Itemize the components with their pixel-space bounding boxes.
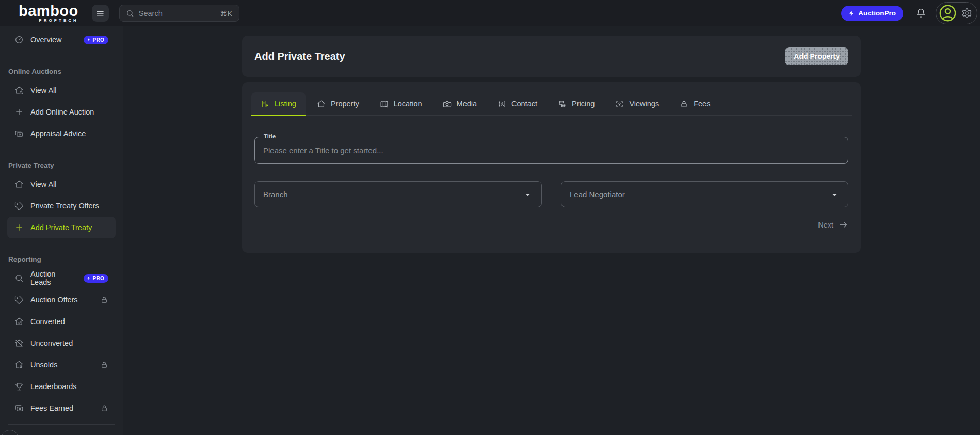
add-property-button[interactable]: Add Property xyxy=(785,47,848,65)
bell-icon xyxy=(915,8,926,19)
gear-icon xyxy=(961,8,972,19)
next-button-label: Next xyxy=(818,221,833,229)
sidebar-item-leaderboards[interactable]: Leaderboards xyxy=(7,376,116,397)
sidebar-section-online-auctions: Online Auctions xyxy=(8,68,115,75)
search-shortcut-hint: ⌘K xyxy=(220,9,233,18)
lead-negotiator-select[interactable]: Lead Negotiator xyxy=(561,181,848,207)
search-box[interactable]: ⌘K xyxy=(119,5,239,22)
tag-icon xyxy=(14,201,24,211)
chevron-down-icon xyxy=(829,189,840,200)
search-input[interactable] xyxy=(139,9,215,18)
divider xyxy=(8,56,115,56)
hamburger-menu-button[interactable] xyxy=(92,5,109,22)
title-field-label: Title xyxy=(261,133,278,139)
settings-button[interactable] xyxy=(961,8,972,19)
house-cancel-icon xyxy=(14,360,24,369)
pro-badge: PRO xyxy=(84,36,108,44)
sidebar-item-label: Leaderboards xyxy=(30,382,77,391)
sidebar-item-label: Fees Earned xyxy=(30,404,73,412)
auctionpro-label: AuctionPro xyxy=(858,9,896,17)
tab-label: Fees xyxy=(694,100,710,108)
sidebar-item-label: Private Treaty Offers xyxy=(30,202,99,210)
brand-tagline: PROPTECH xyxy=(39,18,78,23)
sidebar-item-unconverted[interactable]: Unconverted xyxy=(7,332,116,354)
banknotes-icon xyxy=(14,404,24,413)
tab-bar: Listing Property Location Media xyxy=(251,92,852,116)
lock-icon xyxy=(680,100,688,108)
sidebar-item-unsolds[interactable]: Unsolds xyxy=(7,354,116,376)
top-bar: bamboo PROPTECH ⌘K AuctionPro xyxy=(0,0,980,26)
tab-fees[interactable]: Fees xyxy=(670,92,719,116)
page-header-card: Add Private Treaty Add Property xyxy=(242,36,861,77)
profile-container xyxy=(936,2,977,24)
title-input[interactable] xyxy=(254,137,848,164)
sidebar: Overview PRO Online Auctions View All Ad… xyxy=(0,26,123,435)
page-title: Add Private Treaty xyxy=(254,51,345,62)
sidebar-item-label: Auction Leads xyxy=(30,270,77,286)
sidebar-item-add-online-auction[interactable]: Add Online Auction xyxy=(7,101,116,123)
tab-label: Property xyxy=(331,100,359,108)
sidebar-item-converted[interactable]: Converted xyxy=(7,311,116,332)
contact-book-icon xyxy=(497,100,506,108)
viewing-pin-icon xyxy=(615,100,624,108)
bolt-icon xyxy=(87,38,91,42)
search-icon xyxy=(14,273,24,283)
sidebar-item-label: Overview xyxy=(30,36,61,44)
trophy-icon xyxy=(14,382,24,391)
tab-label: Viewings xyxy=(629,100,659,108)
tab-property[interactable]: Property xyxy=(308,92,368,116)
tab-location[interactable]: Location xyxy=(371,92,431,116)
lock-icon xyxy=(100,296,108,304)
banknotes-icon xyxy=(14,129,24,138)
tab-viewings[interactable]: Viewings xyxy=(606,92,668,116)
home-icon xyxy=(317,100,326,108)
lock-icon xyxy=(100,404,108,412)
tab-label: Media xyxy=(457,100,477,108)
sidebar-item-label: Converted xyxy=(30,317,65,326)
search-icon xyxy=(126,9,134,18)
house-off-icon xyxy=(14,339,24,348)
branch-select[interactable]: Branch xyxy=(254,181,542,207)
decorative-arc xyxy=(1,430,19,435)
tab-listing[interactable]: Listing xyxy=(251,92,306,116)
notifications-button[interactable] xyxy=(915,8,926,19)
chevron-down-icon xyxy=(523,189,533,200)
sidebar-item-appraisal-advice[interactable]: Appraisal Advice xyxy=(7,123,116,144)
tab-label: Listing xyxy=(275,100,296,108)
sidebar-item-auction-offers[interactable]: Auction Offers xyxy=(7,289,116,311)
tab-pricing[interactable]: Pricing xyxy=(549,92,604,116)
next-button[interactable]: Next xyxy=(254,220,848,230)
brand-logo: bamboo PROPTECH xyxy=(19,4,78,23)
sidebar-item-online-view-all[interactable]: View All xyxy=(7,79,116,101)
sidebar-item-label: Add Online Auction xyxy=(30,108,94,116)
sidebar-item-label: Add Private Treaty xyxy=(30,223,92,232)
sidebar-item-overview[interactable]: Overview PRO xyxy=(7,29,116,51)
building-icon xyxy=(261,100,269,108)
plus-icon xyxy=(14,223,24,232)
sidebar-item-label: View All xyxy=(30,180,57,188)
home-icon xyxy=(14,180,24,189)
sidebar-item-label: Auction Offers xyxy=(30,296,78,304)
hamburger-icon xyxy=(95,9,105,18)
sidebar-item-label: Unsolds xyxy=(30,361,57,369)
bolt-icon xyxy=(87,276,91,280)
house-search-icon xyxy=(14,86,24,95)
sidebar-item-add-private-treaty[interactable]: Add Private Treaty xyxy=(7,217,116,238)
plus-icon xyxy=(14,107,24,117)
arrow-right-icon xyxy=(839,220,848,230)
sidebar-item-fees-earned[interactable]: Fees Earned xyxy=(7,397,116,419)
sidebar-item-private-view-all[interactable]: View All xyxy=(7,173,116,195)
bolt-icon xyxy=(848,10,855,17)
tab-media[interactable]: Media xyxy=(433,92,487,116)
main-content: Add Private Treaty Add Property Listing … xyxy=(123,26,980,435)
sidebar-item-label: Unconverted xyxy=(30,339,73,347)
user-avatar-button[interactable] xyxy=(938,4,957,23)
auctionpro-button[interactable]: AuctionPro xyxy=(841,6,903,21)
sidebar-item-private-treaty-offers[interactable]: Private Treaty Offers xyxy=(7,195,116,217)
tab-contact[interactable]: Contact xyxy=(488,92,547,116)
branch-select-label: Branch xyxy=(263,190,288,199)
pro-badge: PRO xyxy=(84,274,108,283)
divider xyxy=(8,150,115,150)
sidebar-item-auction-leads[interactable]: Auction Leads PRO xyxy=(7,267,116,289)
sidebar-item-label: Appraisal Advice xyxy=(30,130,86,138)
